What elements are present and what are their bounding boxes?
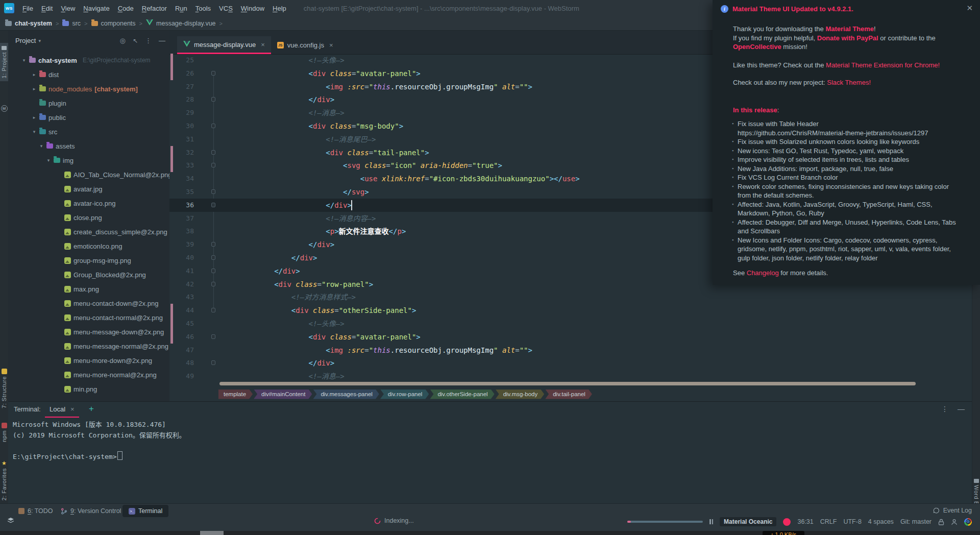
link[interactable]: Changelog	[747, 269, 779, 277]
line-number[interactable]: 43	[176, 290, 194, 304]
line-number[interactable]: 35	[176, 185, 194, 199]
accent-color-dot[interactable]	[783, 518, 791, 526]
line-number[interactable]: 38	[176, 225, 194, 238]
user-widget-icon[interactable]	[951, 519, 958, 525]
sidebar-item-npm[interactable]: npm	[0, 423, 8, 442]
project-panel-title[interactable]: Project	[15, 37, 36, 44]
breadcrumb-item-src[interactable]: src	[62, 20, 81, 27]
line-number[interactable]: 30	[176, 119, 194, 133]
tree-item[interactable]: ▾img	[8, 153, 169, 167]
breadcrumb-chip-template[interactable]: template	[218, 390, 253, 399]
line-number[interactable]: 28	[176, 93, 194, 106]
breadcrumb-chip-div.row-panel[interactable]: div.row-panel	[380, 390, 429, 399]
line-number[interactable]: 44	[176, 304, 194, 317]
sidebar-item-project[interactable]: 1: Project	[0, 43, 8, 81]
line-number[interactable]: 29	[176, 106, 194, 119]
horizontal-scrollbar[interactable]	[219, 382, 916, 385]
code-line[interactable]: 47 <img :src="this.resourceObj.groupMsgI…	[169, 344, 972, 357]
menu-item-navigate[interactable]: Navigate	[79, 5, 113, 12]
fold-icon[interactable]	[211, 255, 215, 260]
tree-item[interactable]: menu-more-down@2x.png	[8, 353, 169, 368]
material-theme-switch-button[interactable]: M	[0, 105, 8, 112]
tree-item[interactable]: ▸public	[8, 110, 169, 125]
terminal-output[interactable]: Microsoft Windows [版本 10.0.18362.476](c)…	[13, 419, 186, 462]
status-item[interactable]: CRLF	[820, 518, 837, 525]
menu-item-file[interactable]: File	[18, 5, 37, 12]
tree-item[interactable]: emoticonIco.png	[8, 239, 169, 253]
status-item[interactable]: Git: master	[900, 518, 932, 525]
hide-panel-icon[interactable]: —	[958, 405, 965, 413]
status-item[interactable]: 4 spaces	[868, 518, 894, 525]
fold-icon[interactable]	[211, 97, 215, 102]
terminal-button[interactable]: >_ Terminal	[122, 505, 168, 517]
tree-item[interactable]: ▾chat-systemE:\gitProject\chat-system	[8, 53, 169, 67]
tree-item[interactable]: avatar-ico.png	[8, 196, 169, 210]
layers-icon[interactable]	[7, 517, 14, 524]
menu-item-vcs[interactable]: VCS	[215, 5, 237, 12]
menu-item-code[interactable]: Code	[114, 5, 138, 12]
menu-item-window[interactable]: Window	[237, 5, 268, 12]
menu-item-refactor[interactable]: Refactor	[138, 5, 171, 12]
fold-icon[interactable]	[211, 150, 215, 155]
tree-item[interactable]: Group_Blocked@2x.png	[8, 268, 169, 282]
hide-panel-icon[interactable]: —	[159, 37, 165, 44]
line-number[interactable]: 25	[176, 54, 194, 67]
close-icon[interactable]: ×	[70, 405, 75, 413]
line-number[interactable]: 26	[176, 67, 194, 80]
tree-item[interactable]: ▸dist	[8, 67, 169, 82]
line-number[interactable]: 36	[176, 199, 194, 212]
line-number[interactable]: 27	[176, 80, 194, 93]
todo-button[interactable]: 6: TODO	[18, 506, 53, 516]
code-line[interactable]: 45 <!—头像—>	[169, 317, 972, 330]
terminal-tab-local[interactable]: Local ×	[45, 402, 79, 418]
fold-icon[interactable]	[211, 189, 215, 194]
line-number[interactable]: 45	[176, 317, 194, 330]
translation-plugin-icon[interactable]	[964, 518, 972, 526]
version-control-button[interactable]: 9: Version Control	[61, 506, 121, 516]
code-line[interactable]: 43 <!—对方消息样式—>	[169, 290, 972, 304]
link[interactable]: Slack Themes!	[827, 79, 871, 86]
breadcrumb-chip-div.otherSide-panel[interactable]: div.otherSide-panel	[430, 390, 494, 399]
line-number[interactable]: 40	[176, 251, 194, 264]
status-item[interactable]: 36:31	[797, 518, 813, 525]
fold-icon[interactable]	[211, 282, 215, 286]
line-number[interactable]: 33	[176, 159, 194, 172]
editor-tab-vue.config.js[interactable]: JSvue.config.js×	[271, 36, 339, 54]
breadcrumb-item-chat-system[interactable]: chat-system	[5, 20, 52, 27]
line-number[interactable]: 46	[176, 330, 194, 344]
fold-icon[interactable]	[211, 203, 215, 207]
tree-item[interactable]: menu-more-normal@2x.png	[8, 368, 169, 382]
tree-item[interactable]: menu-message-down@2x.png	[8, 325, 169, 339]
fold-icon[interactable]	[211, 334, 215, 339]
line-number[interactable]: 42	[176, 278, 194, 291]
more-options-icon[interactable]: ⋮	[145, 37, 152, 44]
chevron-down-icon[interactable]: ▾	[38, 38, 41, 43]
sidebar-item-structure[interactable]: 7: Structure	[0, 369, 8, 408]
tree-item[interactable]: max.png	[8, 282, 169, 296]
breadcrumb-chip-div.msg-body[interactable]: div.msg-body	[496, 390, 545, 399]
breadcrumb-chip-div.tail-panel[interactable]: div.tail-panel	[545, 390, 592, 399]
sidebar-item-favorites[interactable]: ★ 2: Favorites	[0, 460, 8, 500]
breadcrumb-chip-div#mainContent[interactable]: div#mainContent	[254, 390, 312, 399]
tree-item[interactable]: menu-message-normal@2x.png	[8, 339, 169, 353]
code-line[interactable]: 46 <div class="avatar-panel">	[169, 330, 972, 344]
line-number[interactable]: 41	[176, 264, 194, 278]
line-number[interactable]: 49	[176, 370, 194, 381]
tree-item[interactable]: min.png	[8, 382, 169, 396]
more-options-icon[interactable]: ⋮	[941, 405, 948, 413]
tree-item[interactable]: plugin	[8, 96, 169, 110]
menu-item-tools[interactable]: Tools	[191, 5, 215, 12]
event-log-button[interactable]: Event Log	[933, 507, 972, 514]
fold-icon[interactable]	[211, 163, 215, 167]
link[interactable]: Material Theme Extension for Chrome!	[826, 61, 940, 69]
code-line[interactable]: 44 <div class="otherSide-panel">	[169, 304, 972, 317]
theme-status-widget[interactable]: Material Oceanic	[720, 517, 776, 526]
collapse-all-icon[interactable]: ↖	[133, 37, 138, 44]
line-number[interactable]: 37	[176, 212, 194, 225]
tree-item[interactable]: menu-contact-normal@2x.png	[8, 310, 169, 325]
code-line[interactable]: 49 <!—消息—>	[169, 370, 972, 381]
close-icon[interactable]: ✕	[966, 4, 973, 13]
menu-item-view[interactable]: View	[57, 5, 79, 12]
menu-item-edit[interactable]: Edit	[37, 5, 57, 12]
tree-item[interactable]: avatar.jpg	[8, 182, 169, 196]
